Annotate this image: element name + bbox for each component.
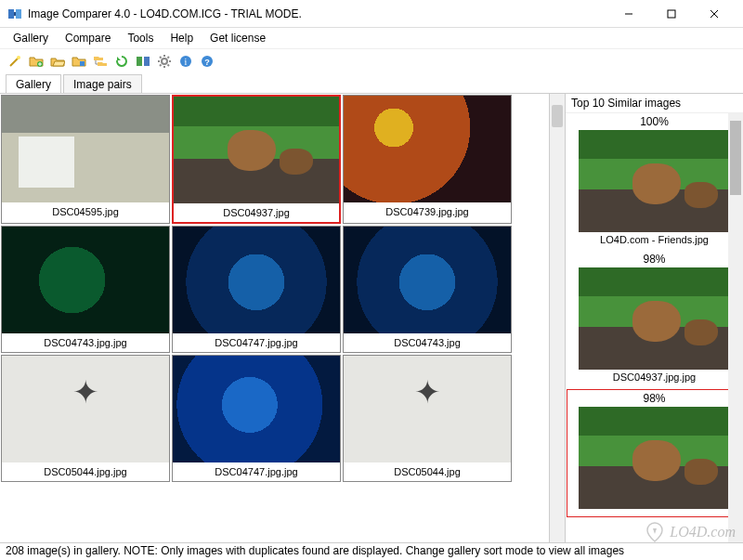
svg-rect-1 xyxy=(16,9,21,19)
similar-thumbnail[interactable] xyxy=(579,267,731,370)
thumbnail[interactable] xyxy=(173,356,340,462)
svg-rect-10 xyxy=(80,61,85,66)
thumbnail[interactable] xyxy=(2,356,169,462)
menu-gallery[interactable]: Gallery xyxy=(6,30,56,46)
gallery-grid[interactable]: DSC04595.jpgDSC04937.jpgDSC04739.jpg.jpg… xyxy=(0,94,550,542)
thumbnail-caption: DSC04743.jpg xyxy=(344,333,511,352)
svg-rect-13 xyxy=(137,57,142,66)
similar-thumbnail[interactable] xyxy=(579,130,731,232)
wand-icon[interactable] xyxy=(6,52,24,71)
thumbnail[interactable] xyxy=(344,356,511,462)
folder-tree-icon[interactable] xyxy=(91,52,110,71)
similarity-percent: 98% xyxy=(643,392,665,405)
thumbnail-caption: DSC04747.jpg.jpg xyxy=(173,333,340,352)
svg-text:i: i xyxy=(185,57,188,67)
window-buttons xyxy=(607,0,736,28)
titlebar: Image Comparer 4.0 - LO4D.COM.ICG - TRIA… xyxy=(0,0,743,28)
window-title: Image Comparer 4.0 - LO4D.COM.ICG - TRIA… xyxy=(28,7,607,20)
thumbnail[interactable] xyxy=(173,227,340,333)
main-area: DSC04595.jpgDSC04937.jpgDSC04739.jpg.jpg… xyxy=(0,93,743,542)
similarity-percent: 98% xyxy=(643,253,665,266)
gallery-cell[interactable]: DSC04747.jpg.jpg xyxy=(172,226,341,353)
gallery-cell[interactable]: DSC05044.jpg.jpg xyxy=(1,355,170,482)
thumbnail-caption: DSC04937.jpg xyxy=(174,203,339,222)
thumbnail-caption: DSC04739.jpg.jpg xyxy=(344,202,511,221)
similar-thumbnail[interactable] xyxy=(579,407,731,509)
gallery-cell[interactable]: DSC04739.jpg.jpg xyxy=(343,95,512,224)
similarity-percent: 100% xyxy=(640,115,669,128)
thumbnail-caption: DSC04747.jpg.jpg xyxy=(173,462,340,481)
svg-line-23 xyxy=(168,57,170,59)
svg-rect-0 xyxy=(8,9,14,19)
gallery-cell[interactable]: DSC04595.jpg xyxy=(1,95,170,224)
subtabs: Gallery Image pairs xyxy=(0,72,743,93)
menu-tools[interactable]: Tools xyxy=(120,30,161,46)
menu-getlicense[interactable]: Get license xyxy=(202,30,273,46)
gallery-cell[interactable]: DSC05044.jpg xyxy=(343,355,512,482)
thumbnail[interactable] xyxy=(2,96,169,202)
svg-line-20 xyxy=(160,57,162,59)
menubar: Gallery Compare Tools Help Get license xyxy=(0,28,743,48)
svg-rect-14 xyxy=(144,57,150,66)
app-icon xyxy=(7,7,22,21)
similar-item[interactable]: 98% xyxy=(567,389,742,517)
compare-icon[interactable] xyxy=(134,52,152,71)
add-folder-icon[interactable] xyxy=(70,52,88,71)
tab-gallery[interactable]: Gallery xyxy=(6,74,61,93)
menu-help[interactable]: Help xyxy=(163,30,201,46)
svg-point-15 xyxy=(162,59,167,64)
maximize-button[interactable] xyxy=(650,0,693,28)
thumbnail-caption: DSC04743.jpg.jpg xyxy=(2,333,169,352)
thumbnail[interactable] xyxy=(344,227,511,333)
svg-rect-2 xyxy=(14,12,16,16)
svg-line-22 xyxy=(160,64,162,66)
similar-panel: Top 10 Similar images 100%LO4D.com - Fri… xyxy=(565,94,743,542)
help-icon[interactable]: ? xyxy=(198,52,216,71)
gallery-cell[interactable]: DSC04937.jpg xyxy=(172,95,341,224)
thumbnail-caption: DSC05044.jpg xyxy=(344,462,511,481)
similar-item[interactable]: 100%LO4D.com - Friends.jpg xyxy=(566,113,743,251)
thumbnail-caption: DSC05044.jpg.jpg xyxy=(2,462,169,481)
gallery-cell[interactable]: DSC04743.jpg.jpg xyxy=(1,226,170,353)
menu-compare[interactable]: Compare xyxy=(58,30,118,46)
tab-image-pairs[interactable]: Image pairs xyxy=(63,74,142,93)
gallery-cell[interactable]: DSC04747.jpg.jpg xyxy=(172,355,341,482)
thumbnail[interactable] xyxy=(2,227,169,333)
open-folder-icon[interactable] xyxy=(48,52,67,71)
thumbnail[interactable] xyxy=(174,97,339,203)
similar-item[interactable]: 98%DSC04937.jpg.jpg xyxy=(566,251,743,388)
svg-point-8 xyxy=(17,56,20,59)
status-bar: 208 image(s) in gallery. NOTE: Only imag… xyxy=(0,542,743,560)
similar-scrollbar[interactable] xyxy=(728,113,743,542)
svg-text:?: ? xyxy=(204,58,210,67)
similar-panel-title: Top 10 Similar images xyxy=(566,94,743,113)
gallery-cell[interactable]: DSC04743.jpg xyxy=(343,226,512,353)
similar-caption: LO4D.com - Friends.jpg xyxy=(600,232,709,249)
svg-rect-4 xyxy=(668,10,675,18)
info-icon[interactable]: i xyxy=(176,52,195,71)
similar-list[interactable]: 100%LO4D.com - Friends.jpg98%DSC04937.jp… xyxy=(566,113,743,542)
close-button[interactable] xyxy=(693,0,736,28)
toolbar: i ? xyxy=(0,48,743,72)
svg-line-21 xyxy=(168,64,170,66)
gear-icon[interactable] xyxy=(155,52,174,71)
gallery-scrollbar[interactable] xyxy=(550,94,565,542)
new-folder-icon[interactable] xyxy=(27,52,46,71)
similar-caption: DSC04937.jpg.jpg xyxy=(613,370,696,386)
refresh-icon[interactable] xyxy=(112,52,131,71)
thumbnail[interactable] xyxy=(344,96,511,202)
thumbnail-caption: DSC04595.jpg xyxy=(2,202,169,221)
minimize-button[interactable] xyxy=(607,0,650,28)
